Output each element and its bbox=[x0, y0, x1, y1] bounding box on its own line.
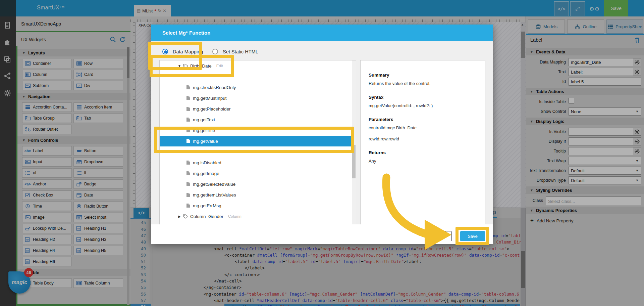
tree-item-mg-getimage[interactable]: mg.getImage bbox=[160, 168, 356, 179]
tree-item-label: mg.getSelectedValue bbox=[193, 182, 235, 187]
tree-item-label: mg.getErrMsg bbox=[193, 203, 221, 208]
tree-item-mg-getmustinput[interactable]: mg.getMustInput bbox=[160, 93, 356, 103]
tree-item-label: mg.checkIsReadOnly bbox=[193, 85, 236, 90]
smartux-app: SmartUX™ ▤ MList* ↻ ✕ </> ⤢ ⚙ ⚙ Save Sma… bbox=[0, 0, 644, 306]
function-file-icon bbox=[186, 160, 190, 165]
tree-item-label: mg.getPlaceholder bbox=[193, 106, 231, 112]
summary-heading: Summary bbox=[369, 73, 478, 78]
tree-item-label: mg.getMustInput bbox=[193, 96, 227, 101]
dialog-title: Select Mg* Function bbox=[151, 25, 493, 41]
function-file-icon bbox=[186, 96, 190, 100]
tree-item-mg-gettext[interactable]: mg.getText bbox=[160, 114, 356, 125]
tree-item-mg-getitemlistvalues[interactable]: mg.getItemListValues bbox=[160, 189, 356, 200]
tree-item-mg-isdisabled[interactable]: mg.isDisabled bbox=[160, 157, 356, 168]
function-file-icon bbox=[186, 106, 190, 111]
function-file-icon bbox=[186, 192, 190, 197]
annotation-box-getvalue bbox=[154, 127, 354, 153]
annotation-box-save bbox=[455, 227, 489, 245]
syntax-text: mg.getValue(controlId: , rowId?: ) bbox=[369, 103, 478, 108]
function-file-icon bbox=[186, 182, 190, 186]
chevron-right-icon[interactable]: ▶ bbox=[177, 215, 182, 218]
tree-item-mg-getselectedvalue[interactable]: mg.getSelectedValue bbox=[160, 179, 356, 189]
syntax-heading: Syntax bbox=[369, 95, 478, 100]
tree-item-column-gender[interactable]: ▶Column_GenderColumn bbox=[160, 211, 356, 222]
cancel-button[interactable] bbox=[425, 231, 452, 241]
tree-item-mg-checkisreadonly[interactable]: mg.checkIsReadOnly bbox=[160, 82, 356, 93]
function-file-icon bbox=[186, 117, 190, 122]
tree-item-label: mg.getItemListValues bbox=[193, 192, 236, 198]
static-html-radio[interactable] bbox=[212, 49, 218, 54]
tree-item-label: mg.isDisabled bbox=[193, 160, 221, 165]
tree-item-mg-getplaceholder[interactable]: mg.getPlaceholder bbox=[160, 103, 356, 114]
parameters-heading: Parameters bbox=[369, 117, 478, 122]
tree-item-type: Column bbox=[228, 214, 241, 218]
summary-text: Returns the value of the control. bbox=[369, 81, 478, 86]
static-html-label: Set Static HTML bbox=[223, 49, 258, 54]
tree-item-label: Column_Gender bbox=[190, 214, 223, 219]
tree-item-label: mg.getText bbox=[193, 117, 215, 122]
returns-heading: Returns bbox=[369, 150, 478, 155]
tree-item-label: mg.getImage bbox=[193, 171, 219, 176]
annotation-box-birth-date bbox=[150, 55, 234, 77]
function-summary-panel: Summary Returns the value of the control… bbox=[360, 60, 485, 234]
tree-item-mg-geterrmsg[interactable]: mg.getErrMsg bbox=[160, 200, 356, 211]
function-file-icon bbox=[186, 171, 190, 176]
returns-text: Any bbox=[369, 159, 478, 164]
function-file-icon bbox=[186, 203, 190, 208]
function-file-icon bbox=[186, 85, 190, 90]
tag-icon bbox=[183, 214, 188, 219]
parameter-controlid: controlId:mgc.Birth_Date bbox=[369, 125, 478, 130]
parameter-rowid: rowId:row.rowId bbox=[369, 136, 478, 141]
